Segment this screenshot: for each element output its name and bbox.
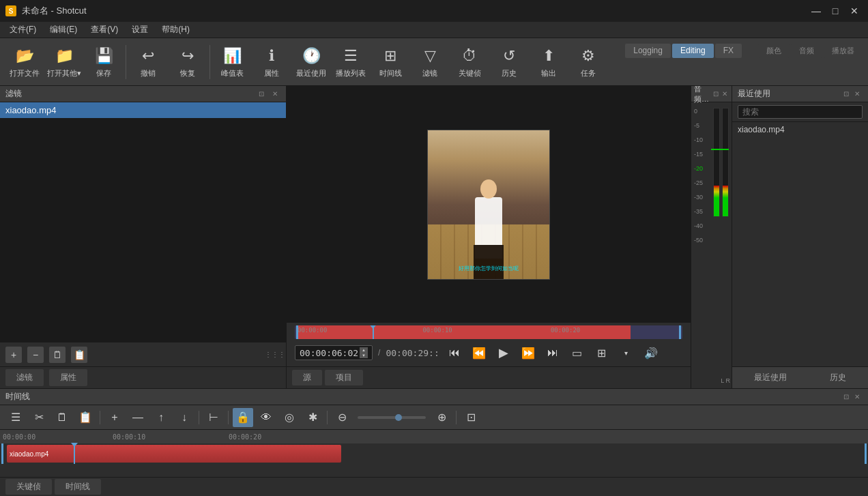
time-down-button[interactable]: ▼ — [360, 353, 368, 358]
ruler-mark-10: 00:00:10 — [113, 433, 145, 441]
tl-add-btn[interactable]: + — [104, 408, 125, 427]
timecode-stepper[interactable]: ▲ ▼ — [360, 347, 368, 358]
bottom-tab-timeline[interactable]: 时间线 — [55, 479, 101, 495]
tl-menu-btn[interactable]: ☰ — [5, 408, 26, 427]
tab-audio[interactable]: 音频 — [791, 44, 822, 58]
history-button[interactable]: ↺ 历史 — [490, 42, 528, 83]
filter-close-button[interactable]: ✕ — [270, 89, 280, 100]
loop-button[interactable]: ▭ — [568, 343, 587, 362]
task-button[interactable]: ⚙ 任务 — [569, 42, 607, 83]
timeline-close-btn[interactable]: ✕ — [852, 392, 863, 403]
copy-filter-button[interactable]: 🗒 — [49, 347, 66, 363]
ruler-mark-20: 00:00:20 — [229, 433, 261, 441]
menu-file[interactable]: 文件(F) — [3, 23, 43, 37]
properties-button[interactable]: ℹ 属性 — [252, 42, 291, 83]
keyframe-label: 关键侦 — [459, 68, 481, 78]
undo-button[interactable]: ↩ 撤销 — [129, 42, 167, 83]
peak-button[interactable]: 📊 峰值表 — [213, 42, 251, 83]
tl-paste-btn[interactable]: 📋 — [75, 408, 96, 427]
time-up-button[interactable]: ▲ — [360, 347, 368, 353]
tl-zoom-in-btn[interactable]: ⊕ — [431, 408, 452, 427]
timeline-tracks: 00:00:00 00:00:10 00:00:20 xiaodao.mp4 — [0, 430, 868, 477]
tab-editing[interactable]: Editing — [672, 44, 714, 58]
keyframe-button[interactable]: ⏱ 关键侦 — [450, 42, 489, 83]
skip-to-end-button[interactable]: ⏭ — [543, 343, 562, 362]
audio-btn[interactable]: 🔊 — [641, 343, 661, 362]
tl-move-up-btn[interactable]: ↑ — [151, 408, 171, 427]
tl-snap-btn[interactable]: 🔒 — [233, 408, 253, 427]
filter-tab-properties[interactable]: 属性 — [49, 369, 87, 386]
menu-settings[interactable]: 设置 — [125, 23, 155, 37]
tl-zoom-out-btn[interactable]: ⊖ — [332, 408, 352, 427]
center-panel: 好用那你怎学到何如当呢 00:00:00 00:00:10 00:00:20 — [287, 86, 691, 388]
footer-tab-recent[interactable]: 最近使用 — [746, 369, 795, 386]
timeline-float-btn[interactable]: ⊡ — [841, 392, 852, 403]
menu-help[interactable]: 帮助(H) — [155, 23, 197, 37]
close-button[interactable]: ✕ — [846, 4, 863, 18]
preview-playhead[interactable] — [373, 325, 374, 339]
minimize-button[interactable]: — — [808, 4, 824, 18]
playlist-button[interactable]: ☰ 播放列表 — [332, 42, 370, 83]
play-button[interactable]: ▶ — [494, 343, 513, 362]
tl-center-btn[interactable]: ✱ — [302, 408, 323, 427]
add-filter-button[interactable]: + — [5, 347, 22, 363]
audio-float-btn[interactable]: ⊡ — [712, 89, 721, 100]
fast-forward-button[interactable]: ⏩ — [519, 343, 538, 362]
tl-move-down-btn[interactable]: ↓ — [174, 408, 194, 427]
search-box — [732, 102, 868, 122]
recent-close-btn[interactable]: ✕ — [852, 89, 863, 100]
tl-scrub-btn[interactable]: ◎ — [279, 408, 300, 427]
recent-file-item[interactable]: xiaodao.mp4 — [732, 122, 868, 137]
tl-ripple-btn[interactable]: 👁 — [256, 408, 276, 427]
audio-close-btn[interactable]: ✕ — [720, 89, 729, 100]
preview-tab-source[interactable]: 源 — [292, 370, 322, 385]
recent-button[interactable]: 🕐 最近使用 — [292, 42, 330, 83]
export-button[interactable]: ⬆ 输出 — [530, 42, 568, 83]
save-button[interactable]: 💾 保存 — [85, 42, 123, 83]
remove-filter-button[interactable]: − — [27, 347, 44, 363]
rewind-button[interactable]: ⏪ — [469, 343, 489, 362]
peak-label: 峰值表 — [221, 68, 244, 78]
search-input[interactable] — [738, 105, 863, 119]
tab-fx[interactable]: FX — [715, 44, 742, 58]
bottom-tab-keyframe[interactable]: 关键侦 — [5, 479, 52, 495]
filter-float-button[interactable]: ⊡ — [256, 89, 267, 100]
tl-split-btn[interactable]: ⊢ — [203, 408, 224, 427]
filter-file-item[interactable]: xiaodao.mp4 — [0, 102, 286, 118]
filter-tab-filter[interactable]: 滤镜 — [5, 369, 44, 386]
keyframe-icon: ⏱ — [459, 45, 480, 67]
footer-tab-history[interactable]: 历史 — [822, 369, 854, 386]
preview-tab-project[interactable]: 项目 — [325, 370, 363, 385]
menu-edit[interactable]: 编辑(E) — [43, 23, 84, 37]
video-preview: 好用那你怎学到何如当呢 — [427, 130, 550, 280]
timeline-button[interactable]: ⊞ 时间线 — [371, 42, 409, 83]
menu-view[interactable]: 查看(V) — [84, 23, 125, 37]
tl-remove-btn[interactable]: — — [128, 408, 148, 427]
redo-button[interactable]: ↪ 恢复 — [169, 42, 207, 83]
transport-controls-row: 00:00:06:02 ▲ ▼ / 00:00:29:: ⏮ ⏪ ▶ ⏩ ⏭ ▭… — [292, 342, 685, 364]
tl-cut-btn[interactable]: ✂ — [29, 408, 49, 427]
tab-player[interactable]: 播放器 — [824, 44, 863, 58]
tab-color[interactable]: 颜色 — [758, 44, 790, 58]
main-area: 滤镜 ⊡ ✕ xiaodao.mp4 + − 🗒 📋 ⋮⋮⋮ 滤镜 属性 — [0, 86, 868, 388]
grid-button[interactable]: ⊞ — [592, 343, 611, 362]
recent-spacer — [732, 137, 868, 366]
timecode-display[interactable]: 00:00:06:02 ▲ ▼ — [295, 345, 373, 360]
tab-logging[interactable]: Logging — [625, 44, 671, 58]
preview-ruler[interactable]: 00:00:00 00:00:10 00:00:20 — [295, 325, 682, 339]
open-file-button[interactable]: 📂 打开文件 — [5, 42, 44, 83]
paste-filter-button[interactable]: 📋 — [71, 347, 87, 363]
recent-panel-title: 最近使用 — [738, 88, 770, 100]
open-other-button[interactable]: 📁 打开其他▾ — [45, 42, 83, 83]
recent-float-btn[interactable]: ⊡ — [841, 89, 852, 100]
maximize-button[interactable]: □ — [827, 4, 843, 18]
audio-bar-right-fill — [723, 186, 728, 216]
video-clip[interactable]: xiaodao.mp4 — [7, 445, 341, 463]
tl-copy-btn[interactable]: 🗒 — [52, 408, 72, 427]
skip-to-start-button[interactable]: ⏮ — [445, 343, 464, 362]
tl-fit-btn[interactable]: ⊡ — [461, 408, 481, 427]
total-time: 00:00:29:: — [386, 348, 439, 358]
filter-button[interactable]: ▽ 滤镜 — [411, 42, 449, 83]
tl-zoom-slider[interactable] — [358, 416, 426, 419]
grid-menu-button[interactable]: ▾ — [617, 343, 636, 362]
